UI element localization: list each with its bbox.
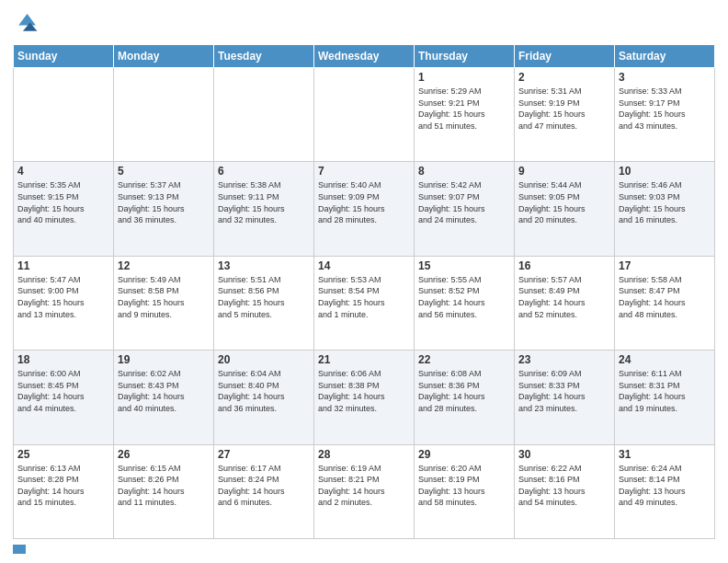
day-number: 30 — [518, 448, 610, 461]
day-info: Sunrise: 5:40 AM Sunset: 9:09 PM Dayligh… — [318, 179, 410, 225]
day-number: 1 — [418, 71, 510, 84]
weekday-header-tuesday: Tuesday — [214, 45, 314, 68]
day-cell: 20Sunrise: 6:04 AM Sunset: 8:40 PM Dayli… — [214, 350, 314, 444]
weekday-header-friday: Friday — [515, 45, 615, 68]
weekday-header-saturday: Saturday — [615, 45, 715, 68]
svg-marker-0 — [18, 14, 36, 25]
day-info: Sunrise: 5:42 AM Sunset: 9:07 PM Dayligh… — [418, 179, 510, 225]
day-cell: 28Sunrise: 6:19 AM Sunset: 8:21 PM Dayli… — [314, 444, 415, 538]
day-cell: 25Sunrise: 6:13 AM Sunset: 8:28 PM Dayli… — [14, 444, 114, 538]
day-number: 14 — [318, 259, 410, 272]
day-cell: 8Sunrise: 5:42 AM Sunset: 9:07 PM Daylig… — [415, 162, 515, 256]
day-cell: 29Sunrise: 6:20 AM Sunset: 8:19 PM Dayli… — [415, 444, 515, 538]
week-row-1: 1Sunrise: 5:29 AM Sunset: 9:21 PM Daylig… — [14, 68, 715, 162]
logo-icon — [13, 11, 39, 37]
day-info: Sunrise: 5:55 AM Sunset: 8:52 PM Dayligh… — [418, 274, 510, 320]
day-info: Sunrise: 5:31 AM Sunset: 9:19 PM Dayligh… — [518, 86, 610, 132]
day-number: 28 — [318, 448, 410, 461]
header-row: SundayMondayTuesdayWednesdayThursdayFrid… — [14, 45, 715, 68]
day-info: Sunrise: 5:38 AM Sunset: 9:11 PM Dayligh… — [218, 179, 310, 225]
day-cell: 23Sunrise: 6:09 AM Sunset: 8:33 PM Dayli… — [515, 350, 615, 444]
day-cell: 19Sunrise: 6:02 AM Sunset: 8:43 PM Dayli… — [114, 350, 214, 444]
day-info: Sunrise: 5:51 AM Sunset: 8:56 PM Dayligh… — [218, 274, 310, 320]
day-info: Sunrise: 6:02 AM Sunset: 8:43 PM Dayligh… — [118, 368, 210, 414]
day-cell — [114, 68, 214, 162]
day-number: 18 — [17, 353, 109, 366]
week-row-2: 4Sunrise: 5:35 AM Sunset: 9:15 PM Daylig… — [14, 162, 715, 256]
day-cell: 16Sunrise: 5:57 AM Sunset: 8:49 PM Dayli… — [515, 256, 615, 350]
day-info: Sunrise: 5:44 AM Sunset: 9:05 PM Dayligh… — [518, 179, 610, 225]
day-cell: 24Sunrise: 6:11 AM Sunset: 8:31 PM Dayli… — [615, 350, 715, 444]
day-info: Sunrise: 6:08 AM Sunset: 8:36 PM Dayligh… — [418, 368, 510, 414]
day-cell: 14Sunrise: 5:53 AM Sunset: 8:54 PM Dayli… — [314, 256, 415, 350]
day-info: Sunrise: 6:13 AM Sunset: 8:28 PM Dayligh… — [17, 463, 109, 509]
logo — [13, 11, 42, 37]
day-info: Sunrise: 6:06 AM Sunset: 8:38 PM Dayligh… — [318, 368, 410, 414]
day-number: 13 — [218, 259, 310, 272]
weekday-header-monday: Monday — [114, 45, 214, 68]
day-info: Sunrise: 6:15 AM Sunset: 8:26 PM Dayligh… — [118, 463, 210, 509]
day-number: 4 — [17, 165, 109, 178]
day-number: 24 — [619, 353, 711, 366]
day-number: 2 — [518, 71, 610, 84]
day-cell: 9Sunrise: 5:44 AM Sunset: 9:05 PM Daylig… — [515, 162, 615, 256]
day-number: 6 — [218, 165, 310, 178]
day-cell: 27Sunrise: 6:17 AM Sunset: 8:24 PM Dayli… — [214, 444, 314, 538]
day-number: 27 — [218, 448, 310, 461]
day-number: 7 — [318, 165, 410, 178]
week-row-5: 25Sunrise: 6:13 AM Sunset: 8:28 PM Dayli… — [14, 444, 715, 538]
day-cell: 17Sunrise: 5:58 AM Sunset: 8:47 PM Dayli… — [615, 256, 715, 350]
day-info: Sunrise: 6:17 AM Sunset: 8:24 PM Dayligh… — [218, 463, 310, 509]
day-cell: 11Sunrise: 5:47 AM Sunset: 9:00 PM Dayli… — [14, 256, 114, 350]
day-number: 29 — [418, 448, 510, 461]
day-number: 21 — [318, 353, 410, 366]
day-info: Sunrise: 5:58 AM Sunset: 8:47 PM Dayligh… — [619, 274, 711, 320]
day-number: 25 — [17, 448, 109, 461]
day-number: 9 — [518, 165, 610, 178]
day-info: Sunrise: 6:04 AM Sunset: 8:40 PM Dayligh… — [218, 368, 310, 414]
day-info: Sunrise: 5:29 AM Sunset: 9:21 PM Dayligh… — [418, 86, 510, 132]
day-number: 5 — [118, 165, 210, 178]
day-cell: 1Sunrise: 5:29 AM Sunset: 9:21 PM Daylig… — [415, 68, 515, 162]
day-cell: 2Sunrise: 5:31 AM Sunset: 9:19 PM Daylig… — [515, 68, 615, 162]
calendar-table: SundayMondayTuesdayWednesdayThursdayFrid… — [13, 44, 715, 539]
day-cell: 3Sunrise: 5:33 AM Sunset: 9:17 PM Daylig… — [615, 68, 715, 162]
day-info: Sunrise: 5:49 AM Sunset: 8:58 PM Dayligh… — [118, 274, 210, 320]
day-info: Sunrise: 6:00 AM Sunset: 8:45 PM Dayligh… — [17, 368, 109, 414]
day-info: Sunrise: 5:37 AM Sunset: 9:13 PM Dayligh… — [118, 179, 210, 225]
weekday-header-thursday: Thursday — [415, 45, 515, 68]
day-number: 17 — [619, 259, 711, 272]
day-cell: 21Sunrise: 6:06 AM Sunset: 8:38 PM Dayli… — [314, 350, 415, 444]
day-info: Sunrise: 6:11 AM Sunset: 8:31 PM Dayligh… — [619, 368, 711, 414]
day-number: 19 — [118, 353, 210, 366]
day-cell: 30Sunrise: 6:22 AM Sunset: 8:16 PM Dayli… — [515, 444, 615, 538]
day-cell: 31Sunrise: 6:24 AM Sunset: 8:14 PM Dayli… — [615, 444, 715, 538]
day-info: Sunrise: 5:33 AM Sunset: 9:17 PM Dayligh… — [619, 86, 711, 132]
day-cell: 5Sunrise: 5:37 AM Sunset: 9:13 PM Daylig… — [114, 162, 214, 256]
page: SundayMondayTuesdayWednesdayThursdayFrid… — [0, 0, 728, 563]
day-number: 8 — [418, 165, 510, 178]
day-info: Sunrise: 6:09 AM Sunset: 8:33 PM Dayligh… — [518, 368, 610, 414]
day-number: 20 — [218, 353, 310, 366]
week-row-4: 18Sunrise: 6:00 AM Sunset: 8:45 PM Dayli… — [14, 350, 715, 444]
day-number: 3 — [619, 71, 711, 84]
day-cell: 18Sunrise: 6:00 AM Sunset: 8:45 PM Dayli… — [14, 350, 114, 444]
footer — [13, 545, 715, 554]
day-number: 26 — [118, 448, 210, 461]
header — [13, 11, 715, 37]
day-info: Sunrise: 6:20 AM Sunset: 8:19 PM Dayligh… — [418, 463, 510, 509]
day-info: Sunrise: 5:46 AM Sunset: 9:03 PM Dayligh… — [619, 179, 711, 225]
day-info: Sunrise: 5:35 AM Sunset: 9:15 PM Dayligh… — [17, 179, 109, 225]
day-info: Sunrise: 5:53 AM Sunset: 8:54 PM Dayligh… — [318, 274, 410, 320]
day-cell: 4Sunrise: 5:35 AM Sunset: 9:15 PM Daylig… — [14, 162, 114, 256]
day-cell — [314, 68, 415, 162]
day-cell: 10Sunrise: 5:46 AM Sunset: 9:03 PM Dayli… — [615, 162, 715, 256]
day-number: 22 — [418, 353, 510, 366]
day-cell: 12Sunrise: 5:49 AM Sunset: 8:58 PM Dayli… — [114, 256, 214, 350]
day-number: 12 — [118, 259, 210, 272]
week-row-3: 11Sunrise: 5:47 AM Sunset: 9:00 PM Dayli… — [14, 256, 715, 350]
day-number: 11 — [17, 259, 109, 272]
day-cell — [214, 68, 314, 162]
weekday-header-wednesday: Wednesday — [314, 45, 415, 68]
day-info: Sunrise: 5:47 AM Sunset: 9:00 PM Dayligh… — [17, 274, 109, 320]
